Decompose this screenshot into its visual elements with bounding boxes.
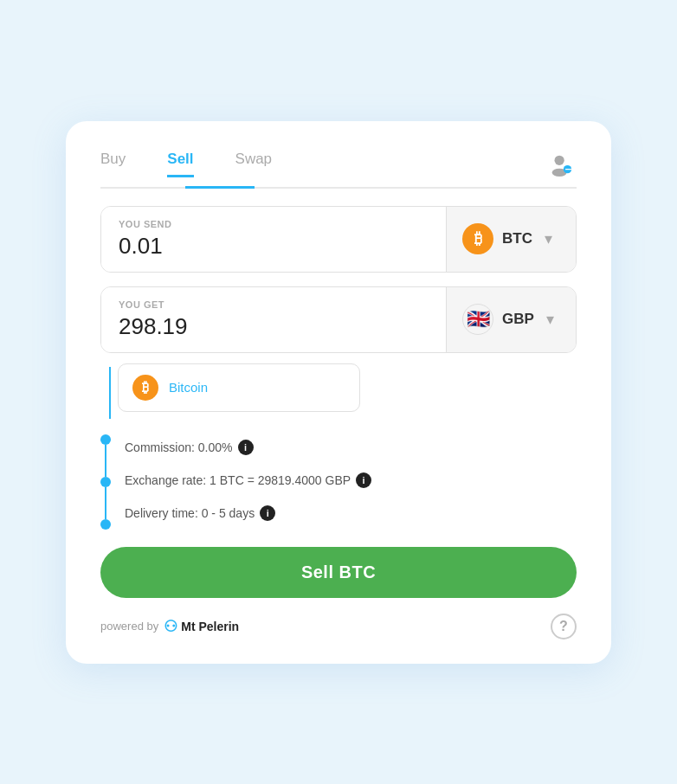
delivery-time-text: Delivery time: 0 - 5 days <box>125 506 255 520</box>
pelerin-icon: ⚇ <box>164 617 177 636</box>
tab-buy[interactable]: Buy <box>100 151 126 177</box>
exchange-rate-row: Exchange rate: 1 BTC = 29819.4000 GBP i <box>125 464 577 497</box>
delivery-time-info-icon[interactable]: i <box>260 505 275 521</box>
exchange-rate-info-icon[interactable]: i <box>356 472 371 488</box>
profile-button[interactable] <box>545 149 577 180</box>
get-chevron-icon: ▾ <box>546 310 554 329</box>
info-section: Commission: 0.00% i Exchange rate: 1 BTC… <box>100 431 577 530</box>
delivery-time-row: Delivery time: 0 - 5 days i <box>125 497 577 530</box>
bitcoin-option-label: Bitcoin <box>169 380 208 395</box>
send-row: YOU SEND 0.01 ₿ BTC ▾ <box>100 206 577 273</box>
info-rows: Commission: 0.00% i Exchange rate: 1 BTC… <box>125 431 577 530</box>
main-card: Buy Sell Swap YOU SEND 0.01 ₿ BTC ▾ <box>66 121 611 664</box>
sell-button[interactable]: Sell BTC <box>100 547 577 598</box>
timeline <box>100 431 111 530</box>
mt-pelerin-logo: ⚇ Mt Pelerin <box>164 617 239 636</box>
brand-name: Mt Pelerin <box>181 620 239 633</box>
tab-line-active <box>185 186 255 189</box>
commission-text: Commission: 0.00% <box>125 440 233 454</box>
bitcoin-option-icon: ₿ <box>132 375 158 401</box>
tabs: Buy Sell Swap <box>100 151 545 177</box>
send-currency-label: BTC <box>502 230 532 247</box>
send-currency-selector[interactable]: ₿ BTC ▾ <box>446 207 576 272</box>
get-row: YOU GET 298.19 🇬🇧 GBP ▾ <box>100 286 577 353</box>
left-border-accent <box>104 367 111 419</box>
help-button[interactable]: ? <box>551 614 577 639</box>
timeline-line-2 <box>105 487 106 519</box>
tab-swap[interactable]: Swap <box>235 151 273 177</box>
btc-icon: ₿ <box>462 223 493 254</box>
get-label: YOU GET <box>119 299 429 310</box>
tab-underline-container <box>100 187 577 189</box>
bitcoin-dropdown[interactable]: ₿ Bitcoin <box>118 363 360 412</box>
exchange-rate-text: Exchange rate: 1 BTC = 29819.4000 GBP <box>125 473 351 487</box>
tab-sell[interactable]: Sell <box>167 151 193 177</box>
powered-by-text: powered by <box>100 620 158 633</box>
commission-row: Commission: 0.00% i <box>125 431 577 464</box>
send-value[interactable]: 0.01 <box>119 233 429 260</box>
commission-info-icon[interactable]: i <box>238 440 254 455</box>
send-chevron-icon: ▾ <box>545 229 552 248</box>
get-left: YOU GET 298.19 <box>101 287 446 352</box>
footer: powered by ⚇ Mt Pelerin ? <box>100 614 577 639</box>
dropdown-area: ₿ Bitcoin <box>100 367 577 419</box>
timeline-dot-1 <box>100 434 111 445</box>
tab-line-full <box>100 187 577 189</box>
profile-icon <box>548 151 574 177</box>
get-currency-selector[interactable]: 🇬🇧 GBP ▾ <box>446 287 576 352</box>
svg-point-0 <box>555 155 564 164</box>
get-value: 298.19 <box>119 313 429 340</box>
powered-by: powered by ⚇ Mt Pelerin <box>100 617 239 636</box>
send-left: YOU SEND 0.01 <box>101 207 446 272</box>
timeline-line-1 <box>105 445 106 477</box>
get-currency-label: GBP <box>502 311 534 328</box>
send-label: YOU SEND <box>119 219 429 229</box>
gbp-flag-icon: 🇬🇧 <box>462 304 493 335</box>
top-bar: Buy Sell Swap <box>100 149 577 180</box>
timeline-dot-2 <box>100 477 111 487</box>
timeline-dot-3 <box>100 519 111 530</box>
